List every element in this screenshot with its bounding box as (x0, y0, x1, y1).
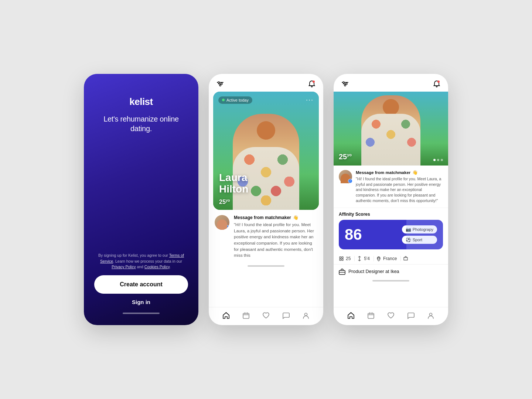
nav-calendar[interactable] (366, 311, 375, 320)
affinity-score: 86 (345, 226, 362, 243)
message-emoji: 👋 (293, 215, 299, 220)
svg-point-3 (218, 82, 219, 83)
matchmaker-avatar: ✓ (339, 170, 352, 183)
message-content: Message from matchmaker 👋 "Hi! I found t… (234, 215, 317, 259)
detail-message-content: Message from matchmaker 👋 "Hi! I found t… (356, 170, 443, 203)
detail-message-header: Message from matchmaker 👋 (356, 170, 443, 175)
matchmaker-avatar: ✓ (215, 215, 229, 230)
nav-profile[interactable] (301, 311, 310, 320)
stat-height: 5'4 (357, 256, 374, 261)
bottom-navigation (334, 307, 448, 325)
active-dot (222, 99, 225, 101)
svg-point-18 (437, 81, 440, 83)
more-options[interactable]: ··· (306, 96, 314, 104)
stat-location: France (376, 256, 401, 261)
age-overlay: 25yo (339, 153, 352, 161)
sign-in-button[interactable]: Sign in (132, 299, 150, 305)
svg-point-6 (313, 81, 315, 83)
svg-rect-22 (342, 259, 343, 260)
job-title: Product Designer at Ikea (348, 269, 399, 274)
message-header: Message from matchmaker 👋 (234, 215, 317, 220)
svg-point-17 (344, 85, 346, 86)
profile-job: Product Designer at Ikea (334, 265, 448, 279)
svg-rect-19 (340, 257, 341, 258)
nav-home[interactable] (347, 311, 355, 320)
message-text: "Hi! I found the ideal profile for you. … (234, 222, 317, 259)
filter-icon[interactable] (341, 80, 349, 88)
privacy-policy-link[interactable]: Privacy Policy (112, 265, 136, 269)
detail-message-title: Message from matchmaker (356, 170, 410, 175)
screen3-header (334, 74, 448, 92)
svg-point-11 (305, 313, 307, 316)
terms-text: By signing up for Kelist, you agree to o… (94, 253, 188, 270)
bell-icon[interactable] (308, 80, 316, 88)
cookies-policy-link[interactable]: Cookies Policy (144, 265, 170, 269)
matchmaker-message: ✓ Message from matchmaker 👋 "Hi! I found… (209, 210, 323, 264)
bell-icon[interactable] (433, 80, 441, 88)
stat-age: 25 (339, 256, 355, 261)
screen2-header (209, 74, 323, 92)
home-indicator (372, 280, 409, 282)
height-value: 5'4 (364, 256, 370, 261)
message-title: Message from matchmaker (234, 215, 291, 220)
filter-icon[interactable] (216, 80, 224, 88)
svg-point-4 (221, 83, 222, 85)
nav-chat[interactable] (406, 311, 415, 320)
nav-heart[interactable] (262, 311, 270, 320)
image-dots (433, 159, 443, 161)
svg-point-16 (346, 83, 347, 85)
screens-container: kelist Let's rehumanize online dating. B… (84, 74, 448, 325)
svg-point-15 (343, 82, 344, 83)
app-name: kelist (129, 96, 153, 108)
tagline: Let's rehumanize online dating. (94, 114, 188, 133)
home-indicator (123, 313, 160, 314)
nav-heart[interactable] (386, 311, 395, 320)
svg-rect-21 (340, 259, 341, 260)
detail-message-text: "Hi! I found the ideal profile for you. … (356, 176, 443, 203)
detail-message-emoji: 👋 (412, 170, 418, 175)
login-screen: kelist Let's rehumanize online dating. B… (84, 74, 198, 325)
nav-calendar[interactable] (242, 311, 250, 320)
nav-chat[interactable] (282, 311, 290, 320)
nav-profile[interactable] (426, 311, 435, 320)
login-bottom: By signing up for Kelist, you agree to o… (94, 253, 188, 314)
age-badge: 25yo (219, 198, 230, 205)
job-icon (339, 268, 345, 275)
svg-rect-31 (368, 313, 374, 318)
profile-stats: 25 5'4 (334, 253, 448, 265)
affinity-section: Affinity Scores 86 📷 Photograpy ⚽ Sport (334, 208, 448, 253)
svg-rect-7 (243, 313, 249, 318)
age-value: 25 (346, 256, 351, 261)
profile-card[interactable]: Active today ··· Laura Hilton 25yo (213, 92, 319, 210)
card-top-info: Active today ··· (218, 96, 314, 104)
profile-card-screen: Active today ··· Laura Hilton 25yo ✓ Mes… (209, 74, 323, 325)
svg-point-28 (378, 258, 380, 259)
svg-rect-20 (342, 257, 343, 258)
stat-extra (403, 256, 412, 261)
nav-home[interactable] (222, 311, 231, 320)
active-status-badge: Active today (218, 96, 252, 104)
bottom-navigation (209, 307, 323, 325)
detail-matchmaker-message: ✓ Message from matchmaker 👋 "Hi! I found… (334, 166, 448, 208)
affinity-title: Affinity Scores (339, 212, 443, 217)
verified-badge: ✓ (225, 225, 229, 230)
profile-image-large: 25yo (334, 92, 448, 166)
profile-name: Laura Hilton (219, 172, 248, 195)
home-indicator (248, 265, 284, 267)
create-account-button[interactable]: Create account (94, 275, 188, 294)
active-text: Active today (226, 98, 249, 102)
svg-point-5 (219, 85, 221, 86)
location-value: France (383, 256, 397, 261)
affinity-card: 86 📷 Photograpy ⚽ Sport (339, 220, 443, 249)
login-top: kelist Let's rehumanize online dating. (94, 96, 188, 133)
svg-point-35 (430, 313, 432, 316)
profile-detail-screen: 25yo ✓ Message from matchmaker 👋 "Hi! I … (334, 74, 448, 325)
